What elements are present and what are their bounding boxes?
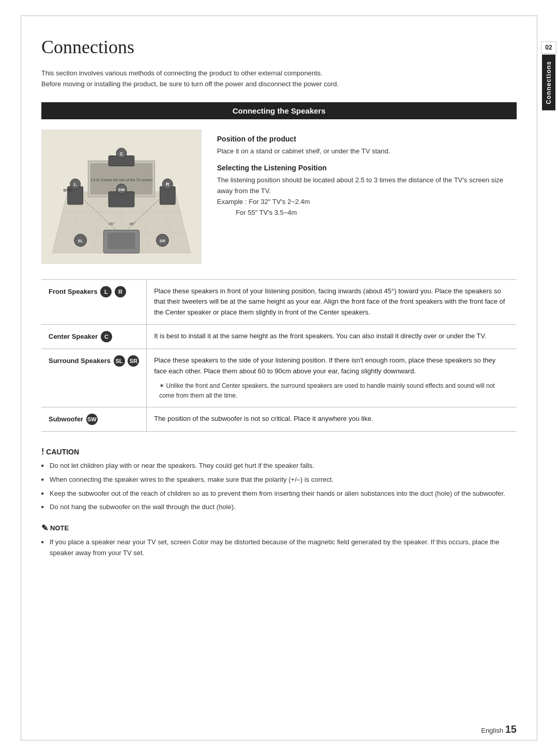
badge-SR: SR: [128, 355, 139, 367]
page-number: 15: [505, 723, 517, 735]
badge-C: C: [101, 331, 112, 342]
speaker-description: It is best to install it at the same hei…: [147, 324, 517, 349]
position-text: Place it on a stand or cabinet shelf, or…: [217, 146, 517, 157]
surround-star-note: ✶ Unlike the front and Center speakers, …: [154, 381, 509, 401]
page-footer: English 15: [481, 723, 517, 735]
note-icon: ✎: [41, 523, 48, 533]
speaker-name: Surround Speakers: [49, 357, 111, 365]
svg-text:SW: SW: [118, 187, 125, 192]
badge-SL: SL: [114, 355, 125, 367]
note-section: ✎ NOTE If you place a speaker near your …: [41, 523, 517, 559]
speaker-diagram-area: C L DVD R SW SL: [41, 130, 517, 264]
listening-title: Selecting the Listening Position: [217, 164, 517, 172]
speaker-name: Center Speaker: [49, 333, 98, 340]
note-list: If you place a speaker near your TV set,…: [41, 537, 517, 559]
svg-text:45°: 45°: [129, 221, 135, 226]
intro-text: This section involves various methods of…: [41, 68, 517, 90]
caution-exclaim-icon: !: [41, 447, 44, 456]
svg-text:SL: SL: [78, 239, 83, 243]
caution-label: CAUTION: [46, 448, 79, 456]
speaker-diagram-svg: C L DVD R SW SL: [42, 130, 201, 263]
caution-title: ! CAUTION: [41, 447, 517, 456]
svg-text:L: L: [74, 182, 77, 187]
table-row: Front Speakers L R Place these speakers …: [41, 279, 517, 324]
position-title: Position of the product: [217, 135, 517, 143]
speaker-table: Front Speakers L R Place these speakers …: [41, 279, 517, 432]
table-row: Center Speaker C It is best to install i…: [41, 324, 517, 349]
speaker-name: Subwoofer: [49, 415, 83, 423]
svg-text:C: C: [120, 151, 123, 156]
caution-item: Do not let children play with or near th…: [41, 461, 517, 471]
badge-R: R: [115, 286, 126, 297]
chapter-number: 02: [541, 41, 556, 54]
section-header: Connecting the Speakers: [41, 102, 517, 119]
badge-SW: SW: [86, 414, 98, 425]
caution-list: Do not let children play with or near th…: [41, 461, 517, 513]
caution-section: ! CAUTION Do not let children play with …: [41, 447, 517, 513]
speaker-description: Place these speakers to the side of your…: [147, 349, 517, 407]
speaker-description: The position of the subwoofer is not so …: [147, 407, 517, 431]
caution-item: Keep the subwoofer out of the reach of c…: [41, 489, 517, 499]
side-tab: 02 Connections: [539, 41, 558, 111]
caution-item: Do not hang the subwoofer on the wall th…: [41, 502, 517, 513]
note-label: NOTE: [50, 524, 69, 532]
listening-text: The listening position should be located…: [217, 175, 517, 218]
page-language: English: [481, 727, 503, 734]
svg-text:2.5 to 3 times the size of the: 2.5 to 3 times the size of the TV screen: [90, 178, 152, 182]
table-row: Surround Speakers SL SR Place these spea…: [41, 349, 517, 407]
speaker-label: Surround Speakers SL SR: [41, 349, 147, 407]
svg-text:DVD: DVD: [64, 188, 72, 193]
svg-text:R: R: [166, 182, 169, 187]
chapter-label: Connections: [542, 55, 555, 111]
caution-item: When connecting the speaker wires to the…: [41, 475, 517, 485]
speaker-label: Front Speakers L R: [41, 279, 147, 324]
speaker-name: Front Speakers: [49, 288, 98, 295]
speaker-label: Center Speaker C: [41, 324, 147, 349]
svg-text:45°: 45°: [109, 221, 115, 226]
page-title: Connections: [41, 36, 517, 58]
diagram-info: Position of the product Place it on a st…: [217, 130, 517, 264]
diagram-box: C L DVD R SW SL: [41, 130, 202, 264]
note-title: ✎ NOTE: [41, 523, 517, 533]
badge-L: L: [100, 286, 112, 297]
svg-text:SR: SR: [160, 239, 165, 243]
table-row: Subwoofer SW The position of the subwoof…: [41, 407, 517, 431]
speaker-description: Place these speakers in front of your li…: [147, 279, 517, 324]
speaker-label: Subwoofer SW: [41, 407, 147, 431]
note-item: If you place a speaker near your TV set,…: [41, 537, 517, 559]
